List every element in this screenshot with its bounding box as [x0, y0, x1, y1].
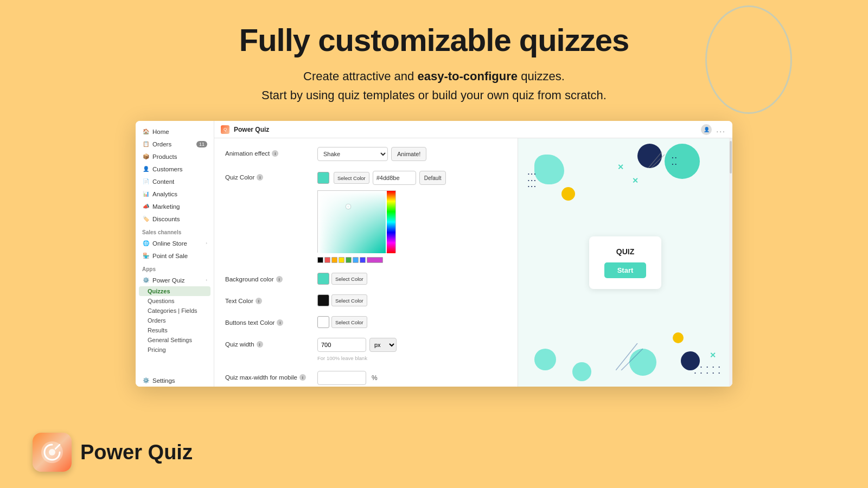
- home-icon: 🏠: [142, 128, 149, 135]
- buttons-text-color-select-btn[interactable]: Select Color: [331, 316, 367, 328]
- color-hue-bar[interactable]: [387, 191, 395, 253]
- quiz-color-hex-input[interactable]: [373, 171, 416, 185]
- pos-icon: 🏪: [142, 252, 149, 259]
- animate-button[interactable]: Animate!: [391, 147, 426, 161]
- sidebar-item-online-store[interactable]: 🌐 Online Store ›: [136, 237, 214, 249]
- sidebar-sub-results[interactable]: Results: [136, 325, 214, 335]
- scrollbar-track: [729, 138, 732, 387]
- sidebar-label-orders: Orders: [152, 141, 171, 147]
- text-color-select-btn[interactable]: Select Color: [331, 294, 367, 306]
- power-quiz-icon: ⚙️: [142, 277, 149, 284]
- quiz-width-inline: px %: [317, 338, 507, 352]
- dot-group-2: ••••: [672, 155, 678, 166]
- subtitle-part1: Create attractive and: [303, 69, 417, 83]
- sidebar-label-customers: Customers: [152, 166, 183, 172]
- sidebar-item-products[interactable]: 📦 Products: [136, 150, 214, 163]
- buttons-text-color-swatch: [317, 316, 329, 328]
- main-area: Q Power Quiz 👤 ... Animation effect i: [214, 121, 732, 387]
- deco-lines-2: [648, 152, 665, 168]
- user-avatar[interactable]: 👤: [701, 124, 712, 135]
- window-wrap: 🏠 Home 📋 Orders 11 📦 Products 👤 Customer…: [0, 121, 868, 387]
- quiz-color-label: Quiz Color i: [225, 171, 317, 181]
- sidebar-item-content[interactable]: 📄 Content: [136, 175, 214, 188]
- app-brand-name: Power Quiz: [80, 441, 193, 464]
- deco-circle: [705, 5, 792, 114]
- text-color-inline: Select Color: [317, 294, 507, 306]
- background-color-info-icon: i: [276, 276, 283, 282]
- subtitle-line2: Start by using quiz templates or build y…: [261, 88, 607, 102]
- swatch-orange[interactable]: [331, 257, 337, 263]
- sidebar-sub-orders[interactable]: Orders: [136, 316, 214, 325]
- color-swatches-row: [317, 257, 507, 263]
- quiz-width-unit-select[interactable]: px %: [369, 338, 397, 352]
- sidebar-label-analytics: Analytics: [152, 191, 177, 197]
- quiz-max-width-input[interactable]: [317, 371, 366, 385]
- deco-shape-5: [572, 362, 591, 381]
- sidebar-label-marketing: Marketing: [152, 203, 180, 210]
- sidebar-item-analytics[interactable]: 📊 Analytics: [136, 188, 214, 200]
- quiz-preview-label: QUIZ: [604, 247, 647, 256]
- sidebar-sub-quizzes[interactable]: Quizzes: [139, 286, 210, 296]
- sidebar-label-content: Content: [152, 178, 174, 185]
- sidebar: 🏠 Home 📋 Orders 11 📦 Products 👤 Customer…: [136, 121, 214, 387]
- background-color-controls: Select Color: [317, 273, 507, 285]
- analytics-icon: 📊: [142, 190, 149, 197]
- deco-lines: [616, 343, 643, 370]
- quiz-color-controls: Select Color Default: [317, 171, 507, 263]
- sidebar-item-orders[interactable]: 📋 Orders 11: [136, 138, 214, 150]
- sales-channels-label: Sales channels: [136, 225, 214, 237]
- swatch-green[interactable]: [346, 257, 352, 263]
- swatch-red[interactable]: [324, 257, 330, 263]
- sidebar-item-point-of-sale[interactable]: 🏪 Point of Sale: [136, 249, 214, 262]
- sidebar-sub-general-settings[interactable]: General Settings: [136, 335, 214, 345]
- settings-label: Settings: [152, 377, 175, 384]
- sidebar-item-customers[interactable]: 👤 Customers: [136, 163, 214, 175]
- color-picker[interactable]: [317, 190, 396, 253]
- online-store-icon: 🌐: [142, 240, 149, 247]
- settings-gear-icon: ⚙️: [142, 377, 149, 384]
- quiz-start-button[interactable]: Start: [604, 262, 647, 278]
- text-color-info-icon: i: [256, 298, 262, 304]
- animation-select[interactable]: Shake: [317, 147, 388, 161]
- more-options-icon[interactable]: ...: [716, 125, 726, 134]
- swatch-checkerboard[interactable]: [367, 257, 383, 263]
- animation-controls: Shake Animate!: [317, 147, 507, 161]
- svg-line-2: [648, 152, 662, 168]
- color-picker-handle: [346, 204, 350, 209]
- sidebar-sub-pricing[interactable]: Pricing: [136, 345, 214, 355]
- swatch-cyan[interactable]: [353, 257, 359, 263]
- x-mark-1: ✕: [617, 163, 624, 171]
- text-color-controls: Select Color: [317, 294, 507, 306]
- quiz-color-default-btn[interactable]: Default: [419, 171, 446, 185]
- animation-effect-label: Animation effect i: [225, 147, 317, 157]
- settings-row[interactable]: ⚙️ Settings: [136, 374, 214, 387]
- background-color-select-btn[interactable]: Select Color: [331, 273, 367, 285]
- sidebar-sub-categories[interactable]: Categories | Fields: [136, 306, 214, 316]
- swatch-blue[interactable]: [360, 257, 366, 263]
- quiz-color-select-btn[interactable]: Select Color: [334, 172, 369, 184]
- sidebar-label-online-store: Online Store: [152, 240, 187, 247]
- dot-group-1: •••••••••: [528, 171, 537, 189]
- sidebar-label-power-quiz: Power Quiz: [152, 277, 184, 284]
- sidebar-item-home[interactable]: 🏠 Home: [136, 125, 214, 138]
- quiz-width-info-icon: i: [257, 341, 263, 348]
- sidebar-item-marketing[interactable]: 📣 Marketing: [136, 200, 214, 213]
- animation-effect-row: Animation effect i Shake Animate!: [225, 147, 507, 161]
- swatch-black[interactable]: [317, 257, 323, 263]
- quiz-width-hint: For 100% leave blank: [317, 355, 507, 361]
- sidebar-item-discounts[interactable]: 🏷️ Discounts: [136, 213, 214, 225]
- app-logo: Q: [221, 125, 229, 134]
- percent-symbol: %: [372, 374, 378, 382]
- quiz-width-input[interactable]: [317, 338, 366, 352]
- titlebar: Q Power Quiz 👤 ...: [214, 121, 732, 138]
- sidebar-label-discounts: Discounts: [152, 216, 180, 222]
- sidebar-item-power-quiz[interactable]: ⚙️ Power Quiz ›: [136, 274, 214, 286]
- scrollbar-thumb[interactable]: [730, 141, 732, 174]
- swatch-yellow[interactable]: [339, 257, 344, 263]
- x-mark-2: ✕: [710, 351, 716, 359]
- sidebar-label-products: Products: [152, 153, 177, 160]
- text-color-row: Text Color i Select Color: [225, 294, 507, 306]
- text-color-swatch: [317, 294, 329, 306]
- settings-panel: Animation effect i Shake Animate!: [214, 138, 518, 387]
- sidebar-sub-questions[interactable]: Questions: [136, 296, 214, 306]
